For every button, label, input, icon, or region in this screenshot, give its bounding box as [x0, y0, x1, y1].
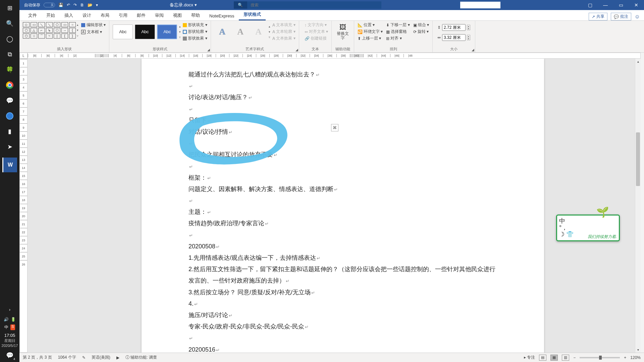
page[interactable]: 能通过什么方法把乱七八糟的观点表达刨出去？↵ ↵ 讨论/表达/对话/施压？↵ ↵… [142, 59, 544, 353]
page-indicator[interactable]: 第 2 页，共 3 页 [23, 355, 52, 360]
group-button[interactable]: ▣ 组合 ▾ [413, 22, 429, 28]
shape-width-input[interactable]: ⇔▴▾ [437, 34, 470, 41]
layout-options-icon[interactable]: ⌘ [331, 124, 338, 131]
align-button[interactable]: ⊞ 对齐 ▾ [386, 36, 410, 41]
share-button[interactable]: ↗ 共享 [589, 13, 607, 20]
tab-home[interactable]: 开始 [42, 10, 60, 20]
taskview-icon[interactable]: ⧉ [5, 50, 14, 59]
wrap-text-button[interactable]: 🔁 环绕文字 ▾ [358, 29, 383, 35]
sogou-ime-icon[interactable]: S [10, 324, 15, 330]
ribbon-display-icon[interactable]: ▢ [582, 0, 598, 10]
style-down-icon[interactable]: ▾ [179, 30, 181, 34]
search-icon[interactable]: 🔍 [234, 1, 247, 9]
shape-height-input[interactable]: ⇕▴▾ [437, 24, 470, 31]
cortana-icon[interactable]: ◯ [5, 34, 14, 44]
autosave-toggle[interactable]: 关 [44, 3, 55, 7]
shape-fill-button[interactable]: 形状填充 ▾ [183, 22, 207, 28]
freeform-annotation-shape[interactable] [174, 112, 295, 171]
tab-design[interactable]: 设计 [78, 10, 96, 20]
shape-style-gallery[interactable]: Abc Abc Abc ▴ ▾ ▿ [113, 22, 181, 41]
tab-file[interactable]: 文件 [23, 10, 42, 20]
tab-references[interactable]: 引用 [114, 10, 132, 20]
dialog-launcher-icon[interactable]: ◢ [472, 48, 474, 52]
wordart-gallery[interactable]: A A A ▴ ▾ ▿ [214, 22, 270, 41]
macro-icon[interactable]: ▶ [116, 355, 119, 360]
shape-gallery[interactable]: ◇▭＼＼⬠▭○ ⬠△⌐↳⎔→{ ⬡☆⌒~|{} [23, 22, 76, 39]
wa-down-icon[interactable]: ▾ [269, 30, 270, 34]
battery-icon[interactable]: 🔋 [11, 317, 16, 322]
ime-lang-indicator[interactable]: 中 [4, 324, 8, 330]
tab-mail[interactable]: 邮件 [132, 10, 150, 20]
style-more-icon[interactable]: ▿ [179, 36, 181, 39]
ruler-corner[interactable]: L [19, 53, 28, 59]
vertical-ruler[interactable]: 1234567891011121314151617181920212223242… [19, 59, 28, 353]
search-input[interactable] [247, 3, 381, 7]
zoom-out-icon[interactable]: − [573, 355, 576, 360]
account-area[interactable] [460, 2, 500, 8]
web-layout-icon[interactable]: ▥ [562, 355, 569, 361]
edit-shape-button[interactable]: 编辑形状 ▾ [81, 22, 106, 28]
print-layout-icon[interactable]: ▦ [550, 355, 558, 361]
document-title[interactable]: 备忘录.docx ▾ [170, 2, 197, 8]
wa-more-icon[interactable]: ▿ [269, 36, 270, 39]
clover-app-icon[interactable]: 🍀 [5, 65, 14, 74]
word-app-icon[interactable]: W [2, 158, 17, 172]
office-icon[interactable]: ▮ [5, 127, 14, 136]
dialog-launcher-icon[interactable]: ◢ [296, 48, 298, 52]
alt-text-button[interactable]: 🖼 替换文字 [335, 22, 351, 42]
zoom-slider[interactable] [580, 357, 620, 358]
tab-insert[interactable]: 插入 [60, 10, 78, 20]
scrollbar-thumb[interactable] [636, 132, 640, 186]
tab-layout[interactable]: 布局 [96, 10, 114, 20]
horizontal-ruler[interactable]: |8||6||4||2||2||4||6||8||10||12||14||16|… [28, 53, 641, 59]
bring-forward-button[interactable]: ⬆ 上移一层 ▾ [358, 36, 383, 41]
maximize-icon[interactable]: ▭ [613, 0, 629, 10]
read-mode-icon[interactable]: ▤ [539, 355, 546, 361]
dialog-launcher-icon[interactable]: ◢ [207, 48, 210, 52]
ime-floating-widget[interactable]: 🌱 中 °， ☽ 👕 我们持续努力着. [556, 215, 620, 241]
selection-pane-button[interactable]: ▦ 选择窗格 [386, 29, 410, 35]
cursor-app-icon[interactable]: ➤ [5, 142, 14, 152]
redo-icon[interactable]: ↷ [73, 3, 77, 7]
search-icon[interactable]: 🔍 [5, 19, 14, 28]
tab-noteexpress[interactable]: NoteExpress [205, 11, 239, 20]
start-icon[interactable]: ⊞ [5, 3, 14, 13]
new-doc-icon[interactable]: 🗎 [80, 3, 84, 7]
vertical-scrollbar[interactable]: ▴ ▾ [635, 59, 641, 353]
language-indicator[interactable]: 英语(美国) [92, 355, 110, 360]
text-effects-button[interactable]: A文本效果 ▾ [272, 36, 296, 41]
zoom-level[interactable]: 120% [630, 355, 641, 360]
undo-icon[interactable]: ↶ [67, 3, 70, 7]
textbox-button[interactable]: A文本框 ▾ [81, 29, 106, 35]
gallery-more-icon[interactable]: ▿ [77, 34, 78, 38]
spellcheck-icon[interactable]: ✎ [82, 355, 86, 360]
accessibility-status[interactable]: ⓘ 辅助功能: 调查 [125, 355, 157, 360]
tab-shape-format[interactable]: 形状格式 [239, 9, 266, 20]
minimize-icon[interactable]: — [598, 0, 613, 10]
wechat-icon[interactable]: 💬 [5, 96, 14, 105]
shape-outline-button[interactable]: 形状轮廓 ▾ [183, 29, 207, 35]
send-backward-button[interactable]: ⬇ 下移一层 ▾ [386, 22, 410, 28]
text-outline-button[interactable]: A文本轮廓 ▾ [272, 29, 296, 35]
expand-tray-icon[interactable]: › [5, 305, 14, 314]
open-icon[interactable]: 📂 [88, 3, 93, 7]
style-up-icon[interactable]: ▴ [179, 25, 181, 28]
text-fill-button[interactable]: A文本填充 ▾ [272, 22, 296, 28]
tab-review[interactable]: 审阅 [150, 10, 168, 20]
zoom-in-icon[interactable]: + [624, 355, 626, 360]
volume-icon[interactable]: 🔊 [4, 317, 9, 322]
qat-more-icon[interactable]: ▾ [96, 3, 98, 7]
close-icon[interactable]: ✕ [629, 0, 644, 10]
gallery-down-icon[interactable]: ▾ [77, 28, 78, 32]
face-icon[interactable]: ☺ [635, 14, 640, 20]
gallery-up-icon[interactable]: ▴ [77, 23, 78, 26]
wa-up-icon[interactable]: ▴ [269, 25, 270, 28]
comments-button[interactable]: 💬 批注 [611, 13, 631, 20]
blue-app-icon[interactable] [5, 111, 14, 121]
chrome-icon[interactable] [5, 80, 14, 90]
scroll-down-icon[interactable]: ▾ [635, 347, 641, 353]
clock[interactable]: 17:05 星期日 2020/5/17 [2, 333, 18, 348]
save-icon[interactable]: 💾 [58, 3, 63, 7]
rotate-button[interactable]: ⟳ 旋转 ▾ [413, 29, 429, 35]
scroll-up-icon[interactable]: ▴ [635, 59, 641, 64]
